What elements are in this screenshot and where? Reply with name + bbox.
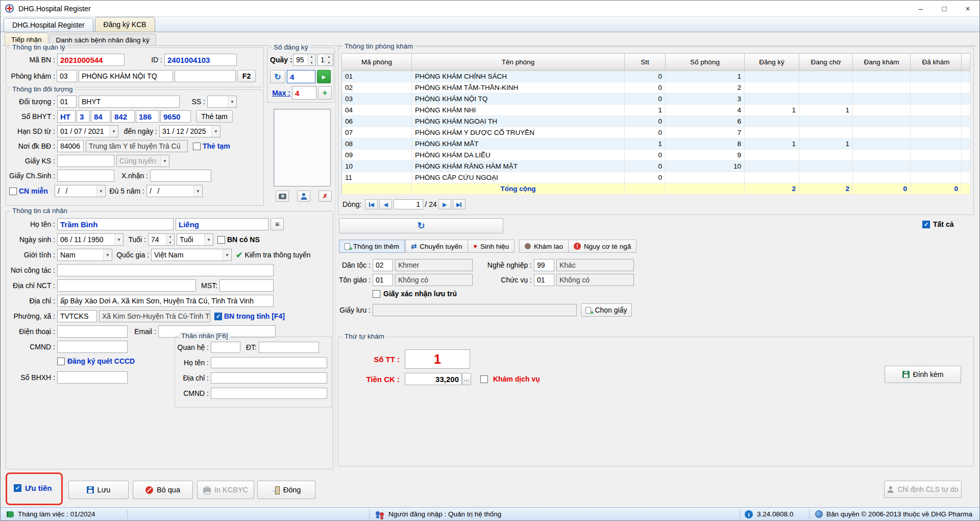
table-cell[interactable]: [745, 82, 799, 93]
minimize-button[interactable]: –: [909, 1, 933, 16]
table-cell[interactable]: 0: [625, 161, 666, 172]
page-prev-button[interactable]: ◀: [379, 199, 392, 209]
tn-dia-chi-field[interactable]: [211, 372, 327, 384]
gioi-tinh-combo[interactable]: Nam▼: [57, 249, 112, 261]
table-cell[interactable]: [853, 161, 911, 172]
table-cell[interactable]: 04: [342, 105, 412, 116]
table-cell[interactable]: 3: [666, 93, 745, 105]
table-cell[interactable]: [853, 172, 911, 183]
table-cell[interactable]: [911, 161, 962, 172]
tien-ck-field[interactable]: 33,200: [405, 373, 462, 385]
col-da-kham[interactable]: Đã khám: [911, 54, 962, 71]
spin-up-icon[interactable]: ▲: [308, 54, 315, 60]
table-cell[interactable]: PHÒNG KHÁM RĂNG HÀM MẶT: [412, 161, 625, 172]
name-options-button[interactable]: ≡: [271, 218, 284, 230]
table-cell[interactable]: 8: [666, 138, 745, 150]
bhyt-part-1-field[interactable]: HT: [57, 110, 76, 123]
table-cell[interactable]: [853, 105, 911, 116]
tuoi-stepper[interactable]: 74▲▼: [148, 233, 175, 246]
table-row[interactable]: 03PHÒNG KHÁM NỘI TQ03: [342, 93, 970, 105]
close-button[interactable]: ×: [956, 1, 979, 16]
giay-luu-field[interactable]: [373, 304, 577, 316]
table-cell[interactable]: 1: [799, 105, 853, 116]
table-cell[interactable]: 1: [666, 71, 745, 82]
cung-tuyen-combo[interactable]: Cùng tuyến▼: [116, 155, 169, 167]
table-cell[interactable]: [962, 82, 970, 93]
mst-field[interactable]: [219, 279, 274, 292]
the-tam-button[interactable]: Thẻ tạm: [196, 110, 233, 123]
table-cell[interactable]: [911, 116, 962, 127]
col-ma-phong[interactable]: Mã phòng: [342, 54, 412, 71]
col-dang-cho[interactable]: Đang chờ: [799, 54, 853, 71]
table-cell[interactable]: 11: [342, 172, 412, 183]
page-next-button[interactable]: ▶: [438, 199, 451, 209]
spin-up-icon[interactable]: ▲: [166, 234, 174, 240]
ma-bn-field[interactable]: 2021000544: [57, 54, 125, 66]
bhyt-part-5-field[interactable]: 186: [136, 110, 159, 123]
bhyt-part-2-field[interactable]: 3: [77, 110, 90, 123]
quan-he-field[interactable]: [211, 342, 240, 353]
print-kcbyc-button[interactable]: In KCBYC: [197, 481, 254, 499]
table-cell[interactable]: 6: [666, 116, 745, 127]
table-cell[interactable]: 1: [745, 105, 799, 116]
table-cell[interactable]: 1: [625, 105, 666, 116]
chuc-vu-code-field[interactable]: 01: [534, 274, 554, 286]
noi-dk-code-field[interactable]: 84006: [57, 140, 84, 152]
table-cell[interactable]: 06: [342, 116, 412, 127]
table-cell[interactable]: 0: [625, 82, 666, 93]
chevron-down-icon[interactable]: ▼: [103, 249, 112, 260]
cn-mien-datepicker[interactable]: / /▼: [55, 185, 106, 197]
table-cell[interactable]: 1: [745, 138, 799, 150]
col-so-phong[interactable]: Số phòng: [666, 54, 745, 71]
phuong-xa-code-field[interactable]: TVTCKS: [57, 310, 97, 322]
bhyt-part-6-field[interactable]: 9650: [160, 110, 191, 123]
id-field[interactable]: 2401004103: [164, 54, 237, 66]
table-cell[interactable]: [745, 93, 799, 105]
refresh-number-button[interactable]: ↻: [270, 70, 285, 83]
col-dang-kham[interactable]: Đang khám: [853, 54, 911, 71]
table-cell[interactable]: PHÒNG KHÁM TÂM-THẦN-KINH: [412, 82, 625, 93]
table-cell[interactable]: [853, 71, 911, 82]
page-number-field[interactable]: 1: [394, 199, 423, 209]
table-row[interactable]: 10PHÒNG KHÁM RĂNG HÀM MẶT010: [342, 161, 970, 172]
quay-stepper[interactable]: 95▲▼: [293, 54, 316, 66]
tab-dhg-hospital-register[interactable]: DHG.Hospital Register: [4, 18, 93, 32]
noi-dk-name-field[interactable]: Trung tâm Y tế huyện Trà Cú: [86, 140, 188, 152]
table-cell[interactable]: [853, 93, 911, 105]
dan-toc-name-field[interactable]: Khmer: [395, 259, 473, 271]
table-cell[interactable]: 9: [666, 150, 745, 161]
noi-cong-tac-field[interactable]: [57, 264, 274, 276]
table-cell[interactable]: [962, 150, 970, 161]
table-row[interactable]: 11PHÒNG CẤP CỨU NGOẠI0: [342, 172, 970, 183]
chevron-down-icon[interactable]: ▼: [223, 249, 231, 260]
dan-toc-code-field[interactable]: 02: [373, 259, 393, 271]
table-cell[interactable]: 01: [342, 71, 412, 82]
table-cell[interactable]: [799, 172, 853, 183]
du-5-nam-datepicker[interactable]: / /▼: [146, 185, 203, 197]
table-cell[interactable]: PHÒNG KHÁM NGOẠI TH: [412, 116, 625, 127]
table-cell[interactable]: [745, 71, 799, 82]
giay-ks-field[interactable]: [57, 155, 114, 167]
table-cell[interactable]: 08: [342, 138, 412, 150]
table-cell[interactable]: PHÒNG CẤP CỨU NGOẠI: [412, 172, 625, 183]
table-cell[interactable]: [799, 71, 853, 82]
table-cell[interactable]: 0: [625, 150, 666, 161]
chevron-down-icon[interactable]: ▼: [193, 185, 202, 197]
col-stt[interactable]: Stt: [625, 54, 666, 71]
chevron-down-icon[interactable]: ▼: [160, 155, 169, 167]
table-cell[interactable]: [911, 138, 962, 150]
page-first-button[interactable]: ◀: [365, 199, 378, 209]
maximize-button[interactable]: □: [933, 1, 956, 16]
capture-photo-button[interactable]: [276, 191, 289, 202]
table-cell[interactable]: PHÒNG KHÁM CHÍNH SÁCH: [412, 71, 625, 82]
table-cell[interactable]: [745, 150, 799, 161]
table-cell[interactable]: [799, 82, 853, 93]
chevron-down-icon[interactable]: ▼: [228, 96, 236, 107]
cmnd-field[interactable]: [57, 341, 128, 353]
tn-cmnd-field[interactable]: [211, 388, 327, 399]
delete-photo-button[interactable]: ✗: [318, 191, 332, 202]
table-cell[interactable]: [853, 138, 911, 150]
tab-kham-lao[interactable]: Khám lao: [519, 240, 569, 253]
save-button[interactable]: Lưu: [68, 481, 129, 499]
table-cell[interactable]: 09: [342, 150, 412, 161]
